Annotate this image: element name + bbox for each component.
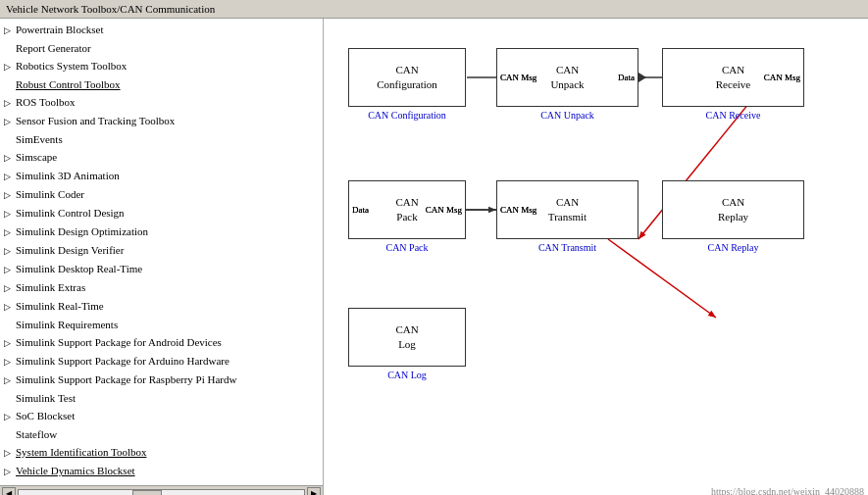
tree-item[interactable]: ▷Simulink Support Package for Arduino Ha… bbox=[0, 352, 323, 371]
tree-item[interactable]: ▷Simulink Support Package for Raspberry … bbox=[0, 371, 323, 389]
block-label-can-log: CAN Log bbox=[387, 370, 427, 380]
tree-item[interactable]: ▷Simulink Coder bbox=[0, 185, 323, 204]
right-panel: CANConfigurationCAN ConfigurationCANUnpa… bbox=[324, 19, 868, 495]
tree-item[interactable]: SimEvents bbox=[0, 130, 323, 148]
block-label-can-configuration: CAN Configuration bbox=[368, 110, 446, 121]
tree-item[interactable]: ▷SoC Blockset bbox=[0, 407, 323, 425]
tree-item[interactable]: Simulink Test bbox=[0, 389, 323, 407]
tree-item[interactable]: ▷Simulink Support Package for Android De… bbox=[0, 333, 323, 352]
main-container: ▷Powertrain BlocksetReport Generator▷Rob… bbox=[0, 19, 868, 495]
block-can-replay[interactable]: CANReplayCAN Replay bbox=[662, 180, 804, 253]
block-label-can-unpack: CAN Unpack bbox=[540, 110, 594, 121]
canvas-area: CANConfigurationCAN ConfigurationCANUnpa… bbox=[324, 19, 868, 495]
title-text: Vehicle Network Toolbox/CAN Communicatio… bbox=[6, 3, 215, 15]
watermark: https://blog.csdn.net/weixin_44020888 bbox=[711, 486, 864, 495]
tree-item[interactable]: Robust Control Toolbox bbox=[0, 75, 323, 93]
tree-item[interactable]: Simulink Requirements bbox=[0, 316, 323, 333]
tree-item[interactable]: ▷Simulink Real-Time bbox=[0, 297, 323, 316]
tree-area[interactable]: ▷Powertrain BlocksetReport Generator▷Rob… bbox=[0, 19, 323, 485]
tree-item[interactable]: ▷Simulink 3D Animation bbox=[0, 167, 323, 185]
title-bar: Vehicle Network Toolbox/CAN Communicatio… bbox=[0, 0, 868, 19]
tree-item[interactable]: ▷Simulink Control Design bbox=[0, 204, 323, 223]
block-label-can-receive: CAN Receive bbox=[706, 110, 761, 121]
scroll-track bbox=[18, 489, 305, 496]
tree-item[interactable]: ▷Powertrain Blockset bbox=[0, 21, 323, 39]
block-can-pack[interactable]: CANPackDataCAN MsgDataCAN MsgCAN Pack bbox=[348, 180, 466, 253]
scroll-right-btn[interactable]: ▶ bbox=[307, 487, 321, 496]
block-can-configuration[interactable]: CANConfigurationCAN Configuration bbox=[348, 48, 466, 121]
tree-item[interactable]: ▷Sensor Fusion and Tracking Toolbox bbox=[0, 112, 323, 130]
left-panel: ▷Powertrain BlocksetReport Generator▷Rob… bbox=[0, 19, 324, 495]
block-can-log[interactable]: CANLogCAN Log bbox=[348, 308, 466, 380]
block-label-can-transmit: CAN Transmit bbox=[538, 242, 596, 253]
block-can-unpack[interactable]: CANUnpackCAN MsgDataCAN MsgDataCAN Unpac… bbox=[496, 48, 638, 121]
scroll-thumb[interactable] bbox=[132, 490, 162, 496]
tree-item[interactable]: Stateflow bbox=[0, 425, 323, 443]
scroll-left-btn[interactable]: ◀ bbox=[2, 487, 16, 496]
tree-item[interactable]: ▷System Identification Toolbox bbox=[0, 443, 323, 462]
block-label-can-pack: CAN Pack bbox=[385, 242, 428, 253]
tree-item[interactable]: Report Generator bbox=[0, 39, 323, 57]
tree-item[interactable]: ▷Simscape bbox=[0, 148, 323, 167]
tree-item[interactable]: ▷Simulink Design Optimization bbox=[0, 223, 323, 241]
tree-item[interactable]: ▷Simulink Extras bbox=[0, 278, 323, 297]
block-label-can-replay: CAN Replay bbox=[708, 242, 759, 253]
tree-item[interactable]: ▷ROS Toolbox bbox=[0, 93, 323, 112]
block-can-receive[interactable]: CANReceiveCAN MsgCAN MsgCAN Receive bbox=[662, 48, 804, 121]
block-can-transmit[interactable]: CANTransmitCAN MsgCAN MsgCAN Transmit bbox=[496, 180, 638, 253]
horizontal-scrollbar[interactable]: ◀ ▶ bbox=[0, 485, 323, 495]
tree-item[interactable]: ▷Simulink Desktop Real-Time bbox=[0, 260, 323, 278]
tree-item[interactable]: ▷Vehicle Dynamics Blockset bbox=[0, 462, 323, 480]
tree-item[interactable]: ▷Simulink Design Verifier bbox=[0, 241, 323, 260]
tree-item[interactable]: ▷Robotics System Toolbox bbox=[0, 57, 323, 75]
svg-marker-7 bbox=[708, 311, 716, 318]
